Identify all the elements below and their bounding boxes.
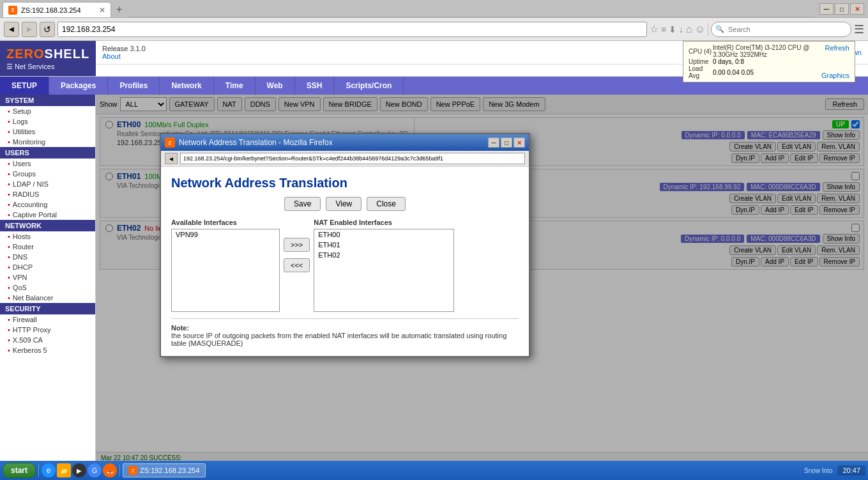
tab-ssh[interactable]: SSH bbox=[295, 77, 335, 95]
sidebar-item-logs[interactable]: •Logs bbox=[0, 116, 95, 127]
nat-enabled-item-eth01[interactable]: ETH01 bbox=[314, 240, 453, 250]
sidebar-item-users[interactable]: •Users bbox=[0, 159, 95, 169]
sidebar-section-system: SYSTEM •Setup •Logs •Utilities •Monitori… bbox=[0, 95, 95, 147]
sidebar-item-dns[interactable]: •DNS bbox=[0, 252, 95, 262]
main-content: Show ALL ETH VPN BRIDGE BOND GATEWAY NAT… bbox=[96, 95, 868, 480]
sidebar-item-x509[interactable]: •X.509 CA bbox=[0, 335, 95, 345]
search-input[interactable] bbox=[711, 22, 851, 37]
nat-available-item-vpn99[interactable]: VPN99 bbox=[172, 229, 279, 240]
clock: 20:47 bbox=[837, 465, 865, 476]
tab-close-icon[interactable]: ✕ bbox=[99, 6, 105, 15]
download-icon[interactable]: ↓ bbox=[679, 24, 683, 35]
sidebar-item-setup[interactable]: •Setup bbox=[0, 106, 95, 116]
modal-heading: Network Address Translation bbox=[171, 176, 519, 190]
taskbar-active-window[interactable]: Z ZS:192.168.23.254 bbox=[123, 463, 206, 477]
minimize-button[interactable]: ─ bbox=[819, 3, 834, 15]
tab-web[interactable]: Web bbox=[255, 77, 295, 95]
tab-scripts[interactable]: Scripts/Cron bbox=[334, 77, 404, 95]
tab-favicon: Z bbox=[8, 6, 17, 15]
modal-note-text: the source IP of outgoing packets from t… bbox=[171, 332, 506, 347]
cpu-model: Intel(R) Core(TM) i3-2120 CPU @ 3.30GHz … bbox=[713, 44, 814, 58]
sidebar-item-netbalancer[interactable]: •Net Balancer bbox=[0, 293, 95, 303]
address-bar[interactable] bbox=[57, 22, 647, 37]
reader-icon[interactable]: ≡ bbox=[661, 24, 666, 35]
sidebar-item-kerberos[interactable]: •Kerberos 5 bbox=[0, 345, 95, 355]
nat-enabled-listbox[interactable]: ETH00 ETH01 ETH02 bbox=[314, 229, 454, 312]
new-tab-button[interactable]: + bbox=[111, 2, 127, 17]
modal-window: Z Network Address Translation - Mozilla … bbox=[160, 133, 530, 357]
sidebar-item-captive[interactable]: •Captive Portal bbox=[0, 210, 95, 220]
close-button[interactable]: ✕ bbox=[850, 3, 864, 15]
modal-minimize-btn[interactable]: ─ bbox=[488, 137, 499, 148]
modal-titlebar: Z Network Address Translation - Mozilla … bbox=[161, 134, 529, 151]
sidebar-item-accounting[interactable]: •Accounting bbox=[0, 199, 95, 210]
modal-save-btn[interactable]: Save bbox=[284, 197, 321, 211]
modal-title: Network Address Translation - Mozilla Fi… bbox=[179, 138, 487, 147]
nat-layout: Available Interfaces VPN99 >>> <<< bbox=[171, 219, 519, 312]
modal-view-btn[interactable]: View bbox=[326, 197, 362, 211]
cpu-label: CPU (4) bbox=[689, 44, 713, 58]
taskbar-ie-icon[interactable]: e bbox=[42, 463, 56, 477]
tab-network[interactable]: Network bbox=[160, 77, 213, 95]
modal-note: Note: the source IP of outgoing packets … bbox=[171, 318, 519, 347]
tab-profiles[interactable]: Profiles bbox=[108, 77, 160, 95]
nat-enabled-item-eth00[interactable]: ETH00 bbox=[314, 229, 453, 240]
modal-address-bar: ◄ bbox=[161, 151, 529, 167]
taskbar-firefox-icon[interactable]: 🦊 bbox=[103, 463, 117, 477]
cpu-refresh-btn[interactable]: Refresh bbox=[814, 44, 849, 58]
sidebar-item-vpn[interactable]: •VPN bbox=[0, 272, 95, 283]
forward-button[interactable]: ► bbox=[22, 22, 37, 37]
avatar-icon[interactable]: ☺ bbox=[695, 24, 705, 35]
sidebar-item-firewall[interactable]: •Firewall bbox=[0, 314, 95, 325]
maximize-button[interactable]: □ bbox=[835, 3, 849, 15]
sidebar-section-security: SECURITY •Firewall •HTTP Proxy •X.509 CA… bbox=[0, 303, 95, 355]
logo-text: ZEROSHELL bbox=[6, 47, 89, 61]
sidebar-item-qos[interactable]: •QoS bbox=[0, 283, 95, 293]
taskbar-window-favicon: Z bbox=[128, 466, 137, 475]
modal-nav-back[interactable]: ◄ bbox=[165, 153, 178, 164]
about-link[interactable]: About bbox=[102, 52, 121, 60]
taskbar-folder-icon[interactable]: 📁 bbox=[57, 463, 71, 477]
modal-favicon: Z bbox=[165, 137, 175, 148]
reload-button[interactable]: ↺ bbox=[40, 22, 55, 37]
modal-action-buttons: Save View Close bbox=[171, 197, 519, 211]
sidebar-item-monitoring[interactable]: •Monitoring bbox=[0, 137, 95, 147]
graphics-link[interactable]: Graphics bbox=[814, 65, 849, 79]
pocket-icon[interactable]: ⬇ bbox=[669, 24, 676, 35]
sidebar-item-hosts[interactable]: •Hosts bbox=[0, 231, 95, 242]
sidebar-item-utilities[interactable]: •Utilities bbox=[0, 127, 95, 137]
tab-setup[interactable]: SETUP bbox=[0, 77, 49, 95]
sidebar-section-title-users: USERS bbox=[0, 147, 95, 159]
sidebar-item-router[interactable]: •Router bbox=[0, 242, 95, 252]
load-value: 0.00 0.04 0.05 bbox=[713, 65, 814, 79]
menu-button[interactable]: ☰ bbox=[854, 22, 864, 36]
nat-remove-button[interactable]: <<< bbox=[284, 258, 310, 272]
bookmark-icon[interactable]: ☆ bbox=[650, 23, 659, 35]
sidebar-item-radius[interactable]: •RADIUS bbox=[0, 189, 95, 199]
browser-toolbar: ◄ ► ↺ ☆ ≡ ⬇ ↓ ⌂ ☺ 🔍 ☰ bbox=[0, 18, 868, 41]
taskbar-chrome-icon[interactable]: G bbox=[88, 463, 102, 477]
nat-available-listbox[interactable]: VPN99 bbox=[171, 229, 280, 312]
modal-maximize-btn[interactable]: □ bbox=[501, 137, 512, 148]
taskbar-right: Snow Into 20:47 bbox=[804, 465, 865, 476]
sidebar-item-httproxy[interactable]: •HTTP Proxy bbox=[0, 325, 95, 335]
start-button[interactable]: start bbox=[3, 463, 36, 478]
taskbar-media-icon[interactable]: ▶ bbox=[72, 463, 86, 477]
tab-packages[interactable]: Packages bbox=[49, 77, 108, 95]
taskbar-snow-into: Snow Into bbox=[804, 467, 832, 474]
browser-tab-active[interactable]: Z ZS:192.168.23.254 ✕ bbox=[3, 2, 111, 17]
modal-address-input[interactable] bbox=[180, 153, 525, 164]
back-button[interactable]: ◄ bbox=[4, 22, 19, 37]
sidebar-item-dhcp[interactable]: •DHCP bbox=[0, 262, 95, 272]
modal-close-btn[interactable]: ✕ bbox=[514, 137, 525, 148]
modal-close-action-btn[interactable]: Close bbox=[367, 197, 406, 211]
tab-title: ZS:192.168.23.254 bbox=[21, 6, 81, 14]
home-icon[interactable]: ⌂ bbox=[686, 24, 692, 35]
app-content: ZEROSHELL ☰ Net Services Release 3.1.0 A… bbox=[0, 41, 868, 480]
nat-add-button[interactable]: >>> bbox=[284, 238, 310, 252]
sidebar-item-ldap[interactable]: •LDAP / NIS bbox=[0, 179, 95, 189]
tab-time[interactable]: Time bbox=[214, 77, 255, 95]
nat-available-col: Available Interfaces VPN99 bbox=[171, 219, 280, 312]
sidebar-item-groups[interactable]: •Groups bbox=[0, 169, 95, 179]
nat-enabled-item-eth02[interactable]: ETH02 bbox=[314, 250, 453, 260]
